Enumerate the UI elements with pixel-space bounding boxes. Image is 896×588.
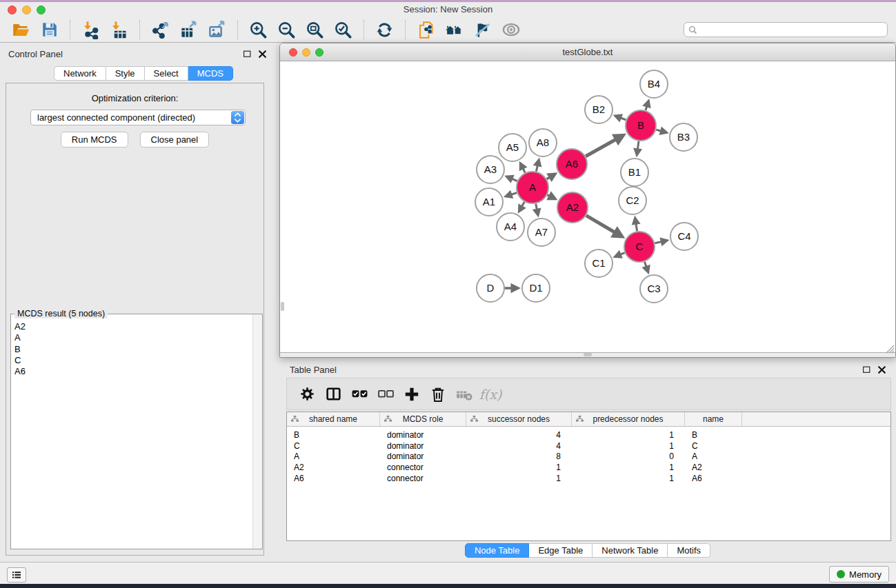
close-panel-button-mcds[interactable]: Close panel (140, 132, 210, 148)
export-network-button[interactable] (150, 19, 171, 41)
open-session-button[interactable] (10, 19, 32, 41)
zoom-fit-button[interactable] (304, 19, 326, 41)
tab-node-table[interactable]: Node Table (465, 543, 530, 558)
zoom-in-button[interactable] (248, 19, 269, 41)
criterion-dropdown[interactable]: largest connected component (directed) (30, 110, 246, 125)
show-panels-button[interactable] (7, 567, 26, 582)
graph-edge-A6-B[interactable] (586, 134, 626, 156)
home-button[interactable] (444, 19, 465, 41)
tab-select[interactable]: Select (145, 66, 188, 81)
fx-button[interactable]: f(x) (480, 384, 501, 405)
table-cell[interactable]: A6 (287, 474, 380, 483)
deselect-all-button[interactable] (375, 384, 396, 405)
graph-node-C2[interactable]: C2 (619, 187, 646, 214)
column-header-shared-name[interactable]: shared name (287, 412, 380, 426)
minimize-window-button[interactable] (22, 6, 31, 14)
graph-edge-C-C2[interactable] (632, 216, 641, 231)
graph-edge-A-A4[interactable] (518, 202, 526, 214)
export-image-button[interactable] (206, 19, 228, 41)
duplicate-network-button[interactable] (415, 19, 437, 41)
graph-edge-C-C4[interactable] (655, 238, 669, 247)
column-header-predecessor-nodes[interactable]: predecessor nodes (572, 412, 685, 426)
graph-node-C4[interactable]: C4 (670, 223, 698, 250)
graph-edge-A-A3[interactable] (504, 175, 517, 183)
graph-node-A1[interactable]: A1 (475, 188, 503, 216)
column-header-MCDS-role[interactable]: MCDS role (380, 412, 466, 426)
result-scrollbar[interactable] (252, 314, 262, 549)
table-cell[interactable]: A2 (685, 463, 742, 472)
table-cell[interactable]: C (287, 441, 380, 451)
graph-node-A2[interactable]: A2 (557, 192, 588, 223)
zoom-selected-button[interactable] (332, 19, 354, 41)
graph-node-C1[interactable]: C1 (585, 250, 613, 277)
graph-edge-A-A7[interactable] (532, 204, 541, 218)
mcds-result-item[interactable]: B (11, 344, 252, 355)
graph-node-C3[interactable]: C3 (640, 275, 668, 303)
add-column-button[interactable] (401, 384, 422, 405)
close-window-button[interactable] (8, 6, 17, 14)
graph-node-A7[interactable]: A7 (528, 219, 555, 246)
delete-column-button[interactable] (428, 384, 448, 405)
table-cell[interactable]: 1 (572, 463, 685, 472)
table-cell[interactable]: 1 (466, 474, 572, 483)
tab-mcds[interactable]: MCDS (188, 66, 233, 81)
tab-network[interactable]: Network (54, 66, 106, 81)
graph-edge-A-A1[interactable] (504, 190, 517, 199)
tab-motifs[interactable]: Motifs (668, 543, 710, 558)
table-row[interactable]: Bdominator41B (287, 429, 890, 440)
graph-node-B[interactable]: B (626, 110, 656, 141)
eye-button[interactable] (500, 19, 521, 41)
table-cell[interactable]: C (685, 441, 742, 451)
network-minimize-button[interactable] (302, 48, 310, 57)
table-cell[interactable]: connector (380, 474, 466, 483)
table-cell[interactable]: dominator (380, 452, 466, 461)
float-panel-button[interactable] (243, 50, 252, 59)
graph-node-B1[interactable]: B1 (621, 159, 648, 186)
graph-edge-C-C3[interactable] (641, 262, 650, 274)
graph-edge-B-B4[interactable] (642, 99, 650, 110)
table-row[interactable]: A2connector11A2 (287, 462, 890, 473)
graph-node-A6[interactable]: A6 (557, 149, 587, 179)
gear-button[interactable] (297, 384, 317, 405)
tab-style[interactable]: Style (106, 66, 145, 81)
graph-node-A3[interactable]: A3 (477, 156, 504, 183)
graph-edge-A-A6[interactable] (546, 172, 557, 182)
table-cell[interactable]: 8 (466, 452, 572, 461)
search-input[interactable] (697, 25, 883, 34)
network-canvas[interactable]: AA1A2A3A4A5A6A7A8BB1B2B3B4CC1C2C3C4DD1 (280, 62, 895, 353)
table-cell[interactable]: 4 (466, 430, 572, 440)
close-panel-button[interactable] (258, 50, 267, 59)
table-cell[interactable]: A (287, 452, 380, 461)
memory-button[interactable]: Memory (829, 566, 889, 582)
table-cell[interactable]: A (685, 452, 742, 461)
save-session-button[interactable] (39, 19, 60, 41)
table-cell[interactable]: 1 (466, 463, 572, 472)
graph-node-A4[interactable]: A4 (497, 213, 524, 241)
horizontal-scrollbar-thumb[interactable] (584, 353, 592, 356)
graph-edge-B-B1[interactable] (633, 141, 642, 157)
vertical-scrollbar-thumb[interactable] (281, 302, 284, 311)
column-header-name[interactable]: name (685, 412, 742, 426)
table-cell[interactable]: dominator (380, 430, 466, 440)
graph-edge-C-C1[interactable] (613, 250, 624, 258)
split-view-button[interactable] (323, 384, 344, 405)
graph-node-D[interactable]: D (477, 274, 504, 302)
table-cell[interactable]: 4 (466, 441, 572, 451)
network-window-titlebar[interactable]: testGlobe.txt (280, 43, 895, 61)
mcds-result-item[interactable]: C (11, 355, 252, 366)
toggle-panel-button[interactable] (472, 19, 493, 41)
select-all-button[interactable] (349, 384, 370, 405)
import-network-button[interactable] (80, 19, 101, 41)
horizontal-scrollbar[interactable] (280, 353, 895, 357)
mcds-result-item[interactable]: A (11, 332, 252, 343)
column-header-successor-nodes[interactable]: successor nodes (466, 412, 572, 426)
graph-node-A8[interactable]: A8 (529, 129, 557, 156)
table-cell[interactable]: 1 (572, 430, 685, 440)
graph-edge-A-A8[interactable] (533, 157, 542, 171)
table-cell[interactable]: 1 (572, 474, 685, 483)
table-cell[interactable]: 1 (572, 441, 685, 451)
table-row[interactable]: Cdominator41C (287, 440, 890, 452)
refresh-layout-button[interactable] (374, 19, 395, 41)
graph-node-C[interactable]: C (624, 232, 655, 262)
table-row[interactable]: A6connector11A6 (287, 473, 890, 484)
